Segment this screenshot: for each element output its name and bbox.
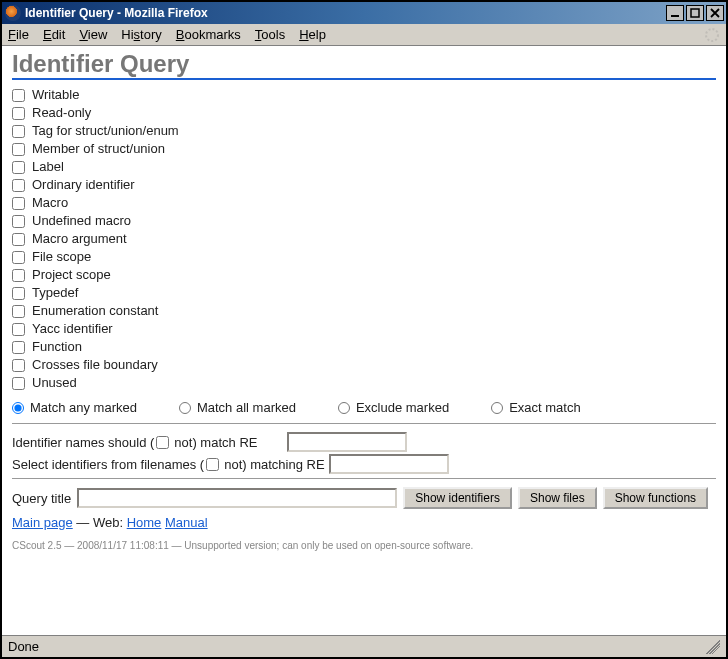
checkbox-writable[interactable]: [12, 89, 25, 102]
filename-re-row: Select identifiers from filenames ( not)…: [12, 454, 716, 474]
svg-rect-1: [691, 9, 699, 17]
checkbox-label: Member of struct/union: [32, 140, 165, 158]
checkbox-row: Enumeration constant: [12, 302, 716, 320]
show-identifiers-button[interactable]: Show identifiers: [403, 487, 512, 509]
checkbox-label: Crosses file boundary: [32, 356, 158, 374]
checkbox-function[interactable]: [12, 341, 25, 354]
radio-match-all-input[interactable]: [179, 402, 191, 414]
checkbox-ordinary[interactable]: [12, 179, 25, 192]
menu-view[interactable]: View: [79, 27, 107, 42]
query-title-input[interactable]: [77, 488, 397, 508]
window-controls: [666, 5, 724, 21]
separator: [12, 423, 716, 424]
re-suffix: not) matching RE: [224, 457, 324, 472]
checkbox-row: Macro argument: [12, 230, 716, 248]
checkbox-label: Enumeration constant: [32, 302, 158, 320]
checkbox-label: Ordinary identifier: [32, 176, 135, 194]
checkbox-row: Ordinary identifier: [12, 176, 716, 194]
firefox-icon: [5, 5, 21, 21]
throbber-icon: [704, 27, 720, 43]
radio-label: Match all marked: [197, 400, 296, 415]
checkbox-project-scope[interactable]: [12, 269, 25, 282]
radio-match-any: Match any marked: [12, 400, 137, 415]
checkbox-macro-argument[interactable]: [12, 233, 25, 246]
checkbox-yacc[interactable]: [12, 323, 25, 336]
main-page-link[interactable]: Main page: [12, 515, 73, 530]
radio-match-any-input[interactable]: [12, 402, 24, 414]
checkbox-label: Macro argument: [32, 230, 127, 248]
minimize-button[interactable]: [666, 5, 684, 21]
svg-point-2: [706, 29, 718, 41]
checkbox-label: Macro: [32, 194, 68, 212]
checkbox-row: File scope: [12, 248, 716, 266]
checkbox-file-scope[interactable]: [12, 251, 25, 264]
checkbox-row: Label: [12, 158, 716, 176]
maximize-icon: [690, 8, 700, 18]
checkbox-row: Project scope: [12, 266, 716, 284]
svg-rect-0: [671, 15, 679, 17]
show-files-button[interactable]: Show files: [518, 487, 597, 509]
maximize-button[interactable]: [686, 5, 704, 21]
radio-exact: Exact match: [491, 400, 581, 415]
checkbox-macro[interactable]: [12, 197, 25, 210]
checkbox-row: Yacc identifier: [12, 320, 716, 338]
identifier-not-checkbox[interactable]: [156, 436, 169, 449]
checkbox-undefined-macro[interactable]: [12, 215, 25, 228]
checkbox-label: Writable: [32, 86, 79, 104]
home-link[interactable]: Home: [127, 515, 162, 530]
show-functions-button[interactable]: Show functions: [603, 487, 708, 509]
menu-tools[interactable]: Tools: [255, 27, 285, 42]
checkbox-label: Unused: [32, 374, 77, 392]
checkbox-label: Read-only: [32, 104, 91, 122]
menubar: File Edit View History Bookmarks Tools H…: [2, 24, 726, 46]
checkbox-label: Project scope: [32, 266, 111, 284]
menu-file[interactable]: File: [8, 27, 29, 42]
checkbox-label: Tag for struct/union/enum: [32, 122, 179, 140]
checkbox-row: Typedef: [12, 284, 716, 302]
radio-label: Exact match: [509, 400, 581, 415]
checkbox-row: Macro: [12, 194, 716, 212]
page-content: Identifier Query Writable Read-only Tag …: [2, 46, 726, 635]
checkbox-label: Undefined macro: [32, 212, 131, 230]
checkbox-typedef[interactable]: [12, 287, 25, 300]
checkbox-read-only[interactable]: [12, 107, 25, 120]
query-title-label: Query title: [12, 491, 71, 506]
radio-exclude: Exclude marked: [338, 400, 449, 415]
checkbox-enum-constant[interactable]: [12, 305, 25, 318]
checkbox-label: Typedef: [32, 284, 78, 302]
resize-grip-icon[interactable]: [706, 640, 720, 654]
checkbox-row: Read-only: [12, 104, 716, 122]
checkbox-row: Member of struct/union: [12, 140, 716, 158]
menu-edit[interactable]: Edit: [43, 27, 65, 42]
version-footer: CScout 2.5 — 2008/11/17 11:08:11 — Unsup…: [12, 540, 716, 551]
checkbox-tag-struct[interactable]: [12, 125, 25, 138]
radio-label: Exclude marked: [356, 400, 449, 415]
checkbox-label: Function: [32, 338, 82, 356]
radio-exact-input[interactable]: [491, 402, 503, 414]
radio-label: Match any marked: [30, 400, 137, 415]
identifier-re-input[interactable]: [287, 432, 407, 452]
close-button[interactable]: [706, 5, 724, 21]
checkbox-unused[interactable]: [12, 377, 25, 390]
link-sep: — Web:: [73, 515, 127, 530]
window-title: Identifier Query - Mozilla Firefox: [25, 6, 666, 20]
radio-exclude-input[interactable]: [338, 402, 350, 414]
manual-link[interactable]: Manual: [165, 515, 208, 530]
checkbox-member[interactable]: [12, 143, 25, 156]
checkbox-label: Label: [32, 158, 64, 176]
checkbox-crosses-boundary[interactable]: [12, 359, 25, 372]
checkbox-row: Undefined macro: [12, 212, 716, 230]
menu-help[interactable]: Help: [299, 27, 326, 42]
checkbox-label[interactable]: [12, 161, 25, 174]
re-prefix: Select identifiers from filenames (: [12, 457, 204, 472]
titlebar: Identifier Query - Mozilla Firefox: [2, 2, 726, 24]
checkbox-row: Writable: [12, 86, 716, 104]
checkbox-row: Tag for struct/union/enum: [12, 122, 716, 140]
filename-re-input[interactable]: [329, 454, 449, 474]
menu-bookmarks[interactable]: Bookmarks: [176, 27, 241, 42]
checkbox-row: Unused: [12, 374, 716, 392]
menu-history[interactable]: History: [121, 27, 161, 42]
status-text: Done: [8, 639, 39, 654]
filename-not-checkbox[interactable]: [206, 458, 219, 471]
checkbox-label: File scope: [32, 248, 91, 266]
